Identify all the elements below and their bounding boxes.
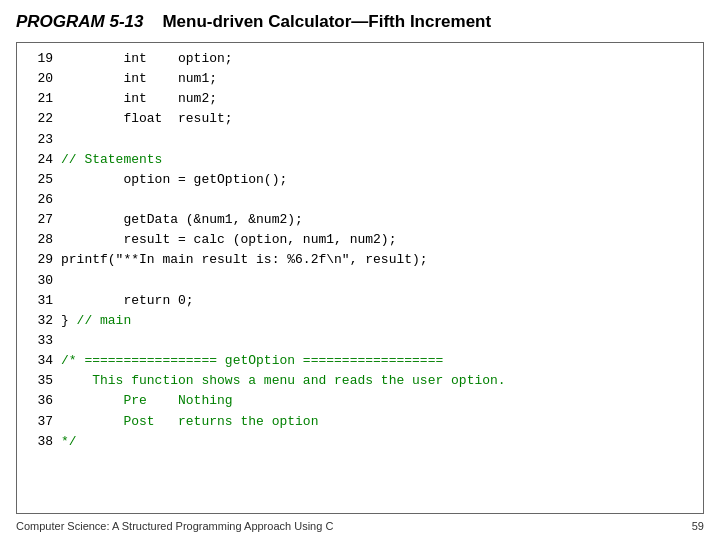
- code-line: 34/* ================= getOption =======…: [17, 351, 703, 371]
- line-content: This function shows a menu and reads the…: [61, 371, 506, 391]
- code-line: 20 int num1;: [17, 69, 703, 89]
- line-content: return 0;: [61, 291, 194, 311]
- line-content: int num2;: [61, 89, 217, 109]
- line-number: 38: [25, 432, 53, 452]
- code-line: 27 getData (&num1, &num2);: [17, 210, 703, 230]
- line-content: getData (&num1, &num2);: [61, 210, 303, 230]
- line-number: 31: [25, 291, 53, 311]
- line-number: 21: [25, 89, 53, 109]
- line-content: Post returns the option: [61, 412, 318, 432]
- line-number: 36: [25, 391, 53, 411]
- line-content: int num1;: [61, 69, 217, 89]
- code-line: 35 This function shows a menu and reads …: [17, 371, 703, 391]
- code-line: 26: [17, 190, 703, 210]
- footer-right: 59: [692, 520, 704, 532]
- code-box: 19 int option;20 int num1;21 int num2;22…: [16, 42, 704, 514]
- footer-left: Computer Science: A Structured Programmi…: [16, 520, 333, 532]
- line-content: int option;: [61, 49, 233, 69]
- line-number: 35: [25, 371, 53, 391]
- line-number: 25: [25, 170, 53, 190]
- line-number: 24: [25, 150, 53, 170]
- code-line: 19 int option;: [17, 49, 703, 69]
- line-number: 30: [25, 271, 53, 291]
- line-content: // Statements: [61, 150, 162, 170]
- line-content: option = getOption();: [61, 170, 287, 190]
- line-number: 22: [25, 109, 53, 129]
- page-title: PROGRAM 5-13 Menu-driven Calculator—Fift…: [16, 12, 704, 32]
- line-number: 37: [25, 412, 53, 432]
- page-footer: Computer Science: A Structured Programmi…: [16, 520, 704, 532]
- code-line: 23: [17, 130, 703, 150]
- code-line: 24// Statements: [17, 150, 703, 170]
- line-number: 20: [25, 69, 53, 89]
- code-line: 36 Pre Nothing: [17, 391, 703, 411]
- line-content: float result;: [61, 109, 233, 129]
- line-number: 19: [25, 49, 53, 69]
- line-content: result = calc (option, num1, num2);: [61, 230, 396, 250]
- code-line: 28 result = calc (option, num1, num2);: [17, 230, 703, 250]
- code-line: 25 option = getOption();: [17, 170, 703, 190]
- line-number: 27: [25, 210, 53, 230]
- line-number: 23: [25, 130, 53, 150]
- code-line: 33: [17, 331, 703, 351]
- line-number: 28: [25, 230, 53, 250]
- line-content: } // main: [61, 311, 131, 331]
- page-container: PROGRAM 5-13 Menu-driven Calculator—Fift…: [0, 0, 720, 540]
- code-line: 31 return 0;: [17, 291, 703, 311]
- code-line: 32} // main: [17, 311, 703, 331]
- code-line: 29printf("**In main result is: %6.2f\n",…: [17, 250, 703, 270]
- code-line: 22 float result;: [17, 109, 703, 129]
- line-content: Pre Nothing: [61, 391, 233, 411]
- line-number: 32: [25, 311, 53, 331]
- line-number: 26: [25, 190, 53, 210]
- line-content: printf("**In main result is: %6.2f\n", r…: [61, 250, 428, 270]
- code-line: 30: [17, 271, 703, 291]
- line-number: 29: [25, 250, 53, 270]
- line-content: */: [61, 432, 77, 452]
- line-number: 34: [25, 351, 53, 371]
- code-line: 38*/: [17, 432, 703, 452]
- code-line: 21 int num2;: [17, 89, 703, 109]
- line-content: /* ================= getOption =========…: [61, 351, 443, 371]
- program-label: PROGRAM 5-13: [16, 12, 144, 31]
- code-line: 37 Post returns the option: [17, 412, 703, 432]
- title-text: Menu-driven Calculator—Fifth Increment: [162, 12, 491, 31]
- line-number: 33: [25, 331, 53, 351]
